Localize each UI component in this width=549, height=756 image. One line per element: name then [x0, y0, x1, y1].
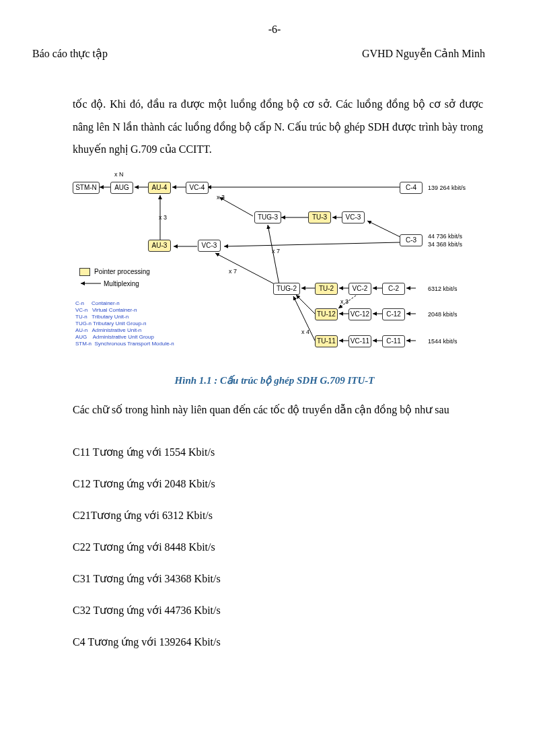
- label-xN: x N: [114, 171, 124, 178]
- box-vc4: VC-4: [186, 182, 209, 194]
- box-vc12: VC-12: [349, 308, 371, 320]
- box-tu3: TU-3: [308, 211, 331, 224]
- page-number: -6-: [0, 24, 549, 36]
- glossary-aun: AU-n Administrative Unit-n: [75, 327, 174, 334]
- header-right: GVHD Nguyễn Cảnh Minh: [362, 47, 485, 60]
- box-tug2: TUG-2: [273, 283, 300, 295]
- box-c3: C-3: [400, 234, 423, 246]
- svg-line-12: [215, 253, 276, 285]
- box-c11: C-11: [382, 335, 405, 347]
- box-stm-n: STM-N: [73, 182, 100, 194]
- box-vc3-upper: VC-3: [342, 211, 365, 224]
- line-c12: C12 Tương ứng với 2048 Kbit/s: [73, 476, 483, 492]
- line-c21: C21Tương ứng với 6312 Kbit/s: [73, 508, 483, 524]
- rate-c3a: 44 736 kbit/s: [428, 233, 462, 240]
- label-x4-tu11: x 4: [301, 329, 309, 335]
- glossary-vcn: VC-n Virtual Container-n: [75, 307, 174, 314]
- box-tu2: TU-2: [315, 283, 338, 295]
- glossary: C-n Container-n VC-n Virtual Container-n…: [75, 300, 174, 347]
- box-vc11: VC-11: [349, 335, 371, 347]
- box-c4: C-4: [400, 182, 423, 194]
- paragraph-1: tốc độ. Khi đó, đầu ra được một luồng đồ…: [73, 93, 483, 161]
- box-vc2: VC-2: [349, 283, 371, 295]
- glossary-aug: AUG Administrative Unit Group: [75, 334, 174, 341]
- label-x3-vc4: x 3: [217, 194, 225, 201]
- box-tug3: TUG-3: [254, 211, 281, 224]
- sdh-structure-diagram: x N STM-N AUG AU-4 VC-4 C-4 139 264 kbit…: [73, 167, 480, 366]
- line-c4: C4 Tương ứng với 139264 Kbit/s: [73, 634, 483, 650]
- label-x7-vc3: x 7: [229, 268, 237, 275]
- svg-line-11: [268, 225, 279, 285]
- box-c2: C-2: [382, 283, 405, 295]
- label-x3-tu12: x 3: [340, 298, 349, 305]
- label-x3-aug: x 3: [159, 214, 167, 221]
- box-au3: AU-3: [148, 240, 171, 252]
- glossary-tugn: TUG-n Tributary Unit Group-n: [75, 320, 174, 327]
- line-c22: C22 Tương ứng với 8448 Kbit/s: [73, 539, 483, 555]
- line-c11: C11 Tương ứng với 1554 Kbit/s: [73, 444, 483, 460]
- box-tu11: TU-11: [315, 335, 338, 347]
- rate-c11: 1544 kbit/s: [428, 338, 458, 345]
- box-vc3-lower: VC-3: [198, 240, 221, 252]
- box-c12: C-12: [382, 308, 405, 320]
- paragraph-2: Các chữ số trong hình này liên quan đến …: [73, 399, 483, 421]
- svg-line-10: [224, 242, 400, 246]
- legend-pointer: Pointer processing: [94, 268, 150, 275]
- rate-list: C11 Tương ứng với 1554 Kbit/s C12 Tương …: [73, 444, 483, 666]
- header-left: Báo cáo thực tập: [32, 47, 108, 60]
- line-c31: C31 Tương ứng với 34368 Kbit/s: [73, 571, 483, 587]
- box-tu12: TU-12: [315, 308, 338, 320]
- glossary-tun: TU-n Tributary Unit-n: [75, 314, 174, 320]
- legend-multiplexing: Multiplexing: [104, 280, 139, 287]
- rate-c12: 2048 kbit/s: [428, 311, 458, 318]
- figure-caption: Hình 1.1 : Cấu trúc bộ ghép SDH G.709 IT…: [0, 374, 549, 386]
- rate-c2: 6312 kbit/s: [428, 285, 458, 292]
- box-aug: AUG: [110, 182, 133, 194]
- legend-pointer-swatch: [79, 268, 90, 276]
- glossary-cn: C-n Container-n: [75, 300, 174, 307]
- svg-line-14: [296, 295, 315, 314]
- box-au4: AU-4: [148, 182, 171, 194]
- line-c32: C32 Tương ứng với 44736 Kbit/s: [73, 603, 483, 619]
- glossary-stmn: STM-n Synchronous Transport Module-n: [75, 341, 174, 347]
- rate-c4: 139 264 kbit/s: [428, 184, 466, 191]
- label-x7-tug3: x 7: [272, 248, 280, 254]
- rate-c3b: 34 368 kbit/s: [428, 241, 462, 248]
